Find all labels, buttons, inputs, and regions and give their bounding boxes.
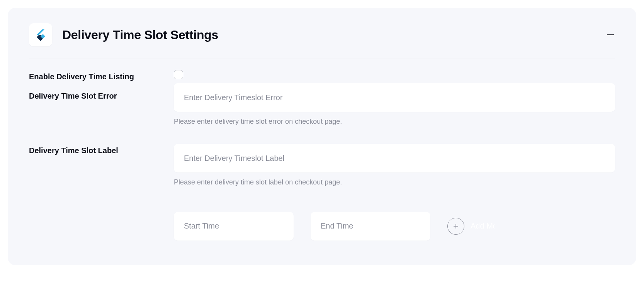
add-more-button[interactable]: Add More [447,218,494,235]
start-time-placeholder: Start Time [184,222,219,230]
slot-label-help-text: Please enter delivery time slot label on… [174,178,615,187]
input-col-1: Please enter delivery time slot error on… [174,70,615,126]
app-logo-icon [34,29,47,41]
plus-circle-icon [447,218,464,235]
slot-label-input-col: Please enter delivery time slot label on… [174,144,615,187]
error-input[interactable] [174,83,615,112]
enable-listing-checkbox[interactable] [174,70,183,79]
end-time-input[interactable]: End Time [311,212,430,241]
start-time-input[interactable]: Start Time [174,212,294,241]
slot-label-col: Delivery Time Slot Label [29,144,174,155]
time-input-col: Start Time End Time Add More [174,212,615,241]
time-label-col [29,212,174,213]
collapse-button[interactable] [606,30,615,39]
settings-panel: Delivery Time Slot Settings Enable Deliv… [8,8,636,265]
add-more-label: Add More [471,222,494,230]
plus-icon [452,222,460,230]
error-help-text: Please enter delivery time slot error on… [174,117,615,126]
panel-header: Delivery Time Slot Settings [29,23,615,58]
panel-header-left: Delivery Time Slot Settings [29,23,218,46]
error-label: Delivery Time Slot Error [29,91,174,101]
app-logo-box [29,23,52,46]
row-slot-label: Delivery Time Slot Label Please enter de… [29,144,615,187]
slot-label-label: Delivery Time Slot Label [29,145,174,155]
end-time-placeholder: End Time [321,222,353,230]
panel-title: Delivery Time Slot Settings [62,28,218,42]
row-time: Start Time End Time Add More [29,212,615,241]
enable-listing-label: Enable Delivery Time Listing [29,72,174,82]
minus-icon [607,34,614,35]
slot-label-input[interactable] [174,144,615,172]
time-row: Start Time End Time Add More [174,212,615,241]
labels-col-1: Enable Delivery Time Listing Delivery Ti… [29,70,174,101]
row-enable-and-error: Enable Delivery Time Listing Delivery Ti… [29,70,615,126]
